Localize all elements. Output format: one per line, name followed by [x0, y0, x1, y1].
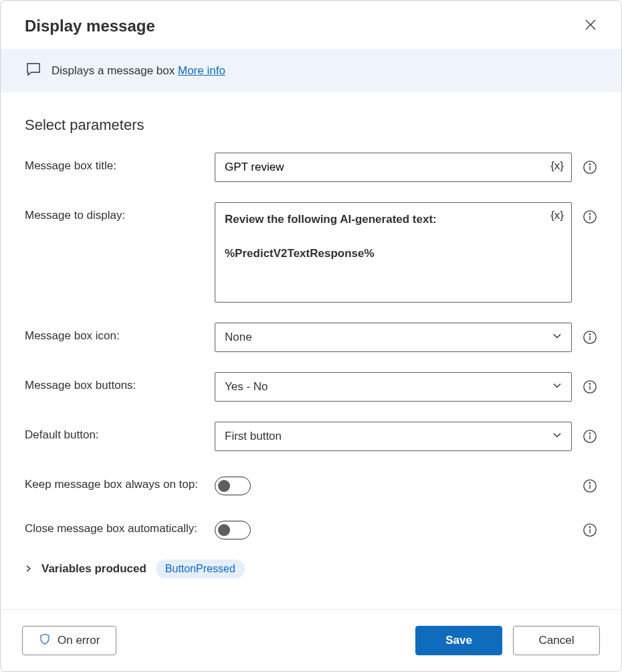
- info-icon[interactable]: [583, 479, 597, 493]
- chevron-down-icon: [552, 331, 562, 344]
- variables-produced-row[interactable]: Variables produced ButtonPressed: [25, 560, 597, 578]
- toggle-auto-close[interactable]: [215, 521, 251, 539]
- row-keep-on-top: Keep message box always on top:: [25, 471, 597, 495]
- chevron-down-icon: [552, 430, 562, 443]
- dialog-body: Select parameters Message box title: {x}…: [1, 92, 621, 609]
- select-message-box-icon[interactable]: None: [215, 323, 572, 352]
- info-banner: Displays a message box More info: [1, 49, 621, 92]
- dialog-header: Display message: [1, 1, 621, 49]
- label-message-to-display: Message to display:: [25, 202, 215, 222]
- label-auto-close: Close message box automatically:: [25, 515, 215, 535]
- input-message-box-title[interactable]: [215, 153, 572, 182]
- label-message-box-buttons: Message box buttons:: [25, 372, 215, 392]
- svg-point-14: [589, 433, 590, 434]
- on-error-button[interactable]: On error: [22, 626, 116, 655]
- svg-point-2: [589, 164, 590, 165]
- footer-right: Save Cancel: [415, 626, 600, 655]
- row-message-box-icon: Message box icon: None: [25, 323, 597, 352]
- label-message-box-title: Message box title:: [25, 153, 215, 173]
- more-info-link[interactable]: More info: [178, 64, 225, 77]
- label-default-button: Default button:: [25, 422, 215, 442]
- select-message-box-buttons[interactable]: Yes - No: [215, 372, 572, 402]
- save-button[interactable]: Save: [415, 626, 502, 655]
- chevron-right-icon: [25, 562, 32, 576]
- variable-chip-buttonpressed[interactable]: ButtonPressed: [156, 560, 245, 578]
- chevron-down-icon: [552, 380, 562, 394]
- close-button[interactable]: [580, 15, 601, 37]
- info-icon[interactable]: [583, 429, 597, 444]
- row-message-box-title: Message box title: {x}: [25, 153, 597, 182]
- dialog-footer: On error Save Cancel: [1, 609, 621, 671]
- message-icon: [25, 61, 42, 80]
- select-value: None: [225, 331, 252, 344]
- display-message-dialog: Display message Displays a message box M…: [0, 0, 622, 672]
- banner-text: Displays a message box More info: [51, 64, 225, 78]
- on-error-label: On error: [58, 634, 100, 647]
- select-value: First button: [225, 430, 282, 443]
- svg-point-17: [589, 483, 590, 483]
- row-auto-close: Close message box automatically:: [25, 515, 597, 539]
- svg-point-5: [589, 214, 590, 214]
- info-icon[interactable]: [583, 209, 597, 224]
- dialog-title: Display message: [25, 17, 155, 35]
- row-default-button: Default button: First button: [25, 422, 597, 451]
- info-icon[interactable]: [583, 523, 597, 537]
- select-default-button[interactable]: First button: [215, 422, 572, 451]
- row-message-to-display: Message to display: Review the following…: [25, 202, 597, 303]
- variable-token-button[interactable]: {x}: [550, 209, 564, 222]
- select-value: Yes - No: [225, 380, 268, 394]
- close-icon: [585, 19, 596, 33]
- banner-description: Displays a message box: [51, 64, 178, 77]
- section-title: Select parameters: [25, 116, 597, 134]
- svg-point-11: [589, 384, 590, 384]
- label-keep-on-top: Keep message box always on top:: [25, 471, 215, 491]
- toggle-keep-on-top[interactable]: [215, 477, 251, 495]
- label-message-box-icon: Message box icon:: [25, 323, 215, 343]
- toggle-knob: [218, 524, 230, 536]
- shield-icon: [39, 633, 51, 649]
- info-icon[interactable]: [583, 160, 597, 175]
- variables-produced-label: Variables produced: [41, 562, 146, 576]
- svg-point-8: [589, 334, 590, 335]
- row-message-box-buttons: Message box buttons: Yes - No: [25, 372, 597, 402]
- toggle-knob: [218, 480, 230, 492]
- info-icon[interactable]: [583, 330, 597, 345]
- variable-token-button[interactable]: {x}: [550, 159, 564, 173]
- svg-point-20: [589, 527, 590, 527]
- info-icon[interactable]: [583, 380, 597, 394]
- input-message-to-display[interactable]: Review the following AI-generated text: …: [215, 202, 572, 303]
- cancel-button[interactable]: Cancel: [513, 626, 600, 655]
